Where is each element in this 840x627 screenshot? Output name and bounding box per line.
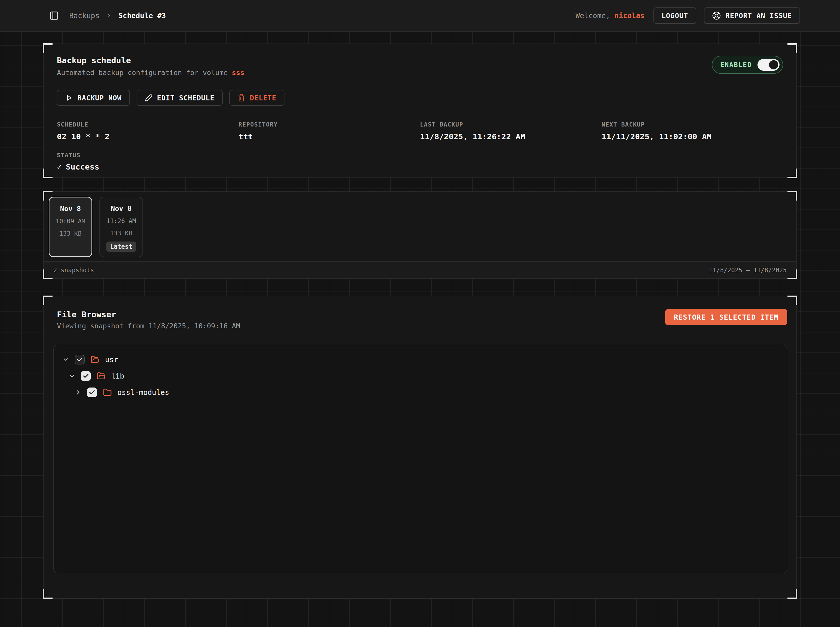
snapshot-time: 10:09 AM xyxy=(55,218,85,225)
file-browser-card: File Browser Viewing snapshot from 11/8/… xyxy=(43,296,797,599)
field-label: SCHEDULE xyxy=(57,121,238,128)
restore-selected-button[interactable]: RESTORE 1 SELECTED ITEM xyxy=(665,309,787,325)
corner-bracket xyxy=(788,269,797,279)
backup-now-button[interactable]: BACKUP NOW xyxy=(57,90,130,106)
welcome-text: Welcome, nicolas xyxy=(576,11,645,20)
corner-bracket xyxy=(43,169,52,178)
tree-row-usr[interactable]: usr xyxy=(54,351,787,368)
corner-bracket xyxy=(43,296,52,305)
report-issue-label: REPORT AN ISSUE xyxy=(725,12,792,20)
field-schedule: SCHEDULE 02 10 * * 2 xyxy=(57,121,238,141)
delete-label: DELETE xyxy=(250,94,276,102)
breadcrumb-current: Schedule #3 xyxy=(118,11,166,20)
snapshot-count: 2 snapshots xyxy=(53,267,94,274)
play-icon xyxy=(65,94,73,102)
checkbox-ossl-modules[interactable] xyxy=(87,388,97,397)
corner-bracket xyxy=(788,191,797,200)
edit-schedule-label: EDIT SCHEDULE xyxy=(157,94,215,102)
snapshot-size: 133 KB xyxy=(60,230,82,237)
snapshot-card-latest[interactable]: Nov 8 11:26 AM 133 KB Latest xyxy=(99,197,143,257)
corner-bracket xyxy=(43,589,52,599)
sidebar-toggle-icon[interactable] xyxy=(49,11,59,20)
folder-icon xyxy=(103,388,112,397)
corner-bracket xyxy=(788,296,797,305)
toggle-knob xyxy=(768,60,779,70)
checkbox-lib[interactable] xyxy=(81,371,91,381)
chevron-down-icon[interactable] xyxy=(69,373,75,379)
corner-bracket xyxy=(788,43,797,53)
corner-bracket xyxy=(43,191,52,200)
field-label: REPOSITORY xyxy=(238,121,420,128)
snapshot-date: Nov 8 xyxy=(60,205,81,213)
corner-bracket xyxy=(788,169,797,178)
chevron-down-icon[interactable] xyxy=(63,356,69,363)
username: nicolas xyxy=(614,11,645,20)
logout-button[interactable]: LOGOUT xyxy=(654,8,696,24)
field-repository: REPOSITORY ttt xyxy=(238,121,420,141)
chevron-right-icon xyxy=(106,12,112,19)
field-label: LAST BACKUP xyxy=(420,121,602,128)
chevron-right-icon[interactable] xyxy=(75,389,82,396)
snapshot-date: Nov 8 xyxy=(111,205,131,212)
latest-badge: Latest xyxy=(106,241,137,252)
corner-bracket xyxy=(788,589,797,599)
status-block: STATUS ✓ Success xyxy=(57,152,783,171)
edit-schedule-button[interactable]: EDIT SCHEDULE xyxy=(137,90,223,106)
card-title: Backup schedule xyxy=(57,55,245,66)
corner-bracket xyxy=(43,43,52,53)
field-value: ttt xyxy=(238,132,420,141)
file-browser-title: File Browser xyxy=(57,309,240,320)
breadcrumb: Backups Schedule #3 xyxy=(69,11,166,20)
card-subtitle: Automated backup configuration for volum… xyxy=(57,69,245,77)
tree-row-lib[interactable]: lib xyxy=(54,368,787,384)
file-tree-panel: usr lib ossl-modules xyxy=(53,345,787,573)
breadcrumb-backups[interactable]: Backups xyxy=(69,11,99,20)
top-bar: Backups Schedule #3 Welcome, nicolas LOG… xyxy=(0,0,840,32)
field-label: NEXT BACKUP xyxy=(602,121,783,128)
schedule-fields: SCHEDULE 02 10 * * 2 REPOSITORY ttt LAST… xyxy=(57,121,783,141)
check-icon: ✓ xyxy=(57,162,62,171)
snapshot-time: 11:26 AM xyxy=(106,217,136,225)
lifebuoy-icon xyxy=(712,11,721,20)
field-value: 02 10 * * 2 xyxy=(57,132,238,141)
volume-name: sss xyxy=(232,69,245,77)
snapshot-date-range: 11/8/2025 – 11/8/2025 xyxy=(709,267,787,274)
status-label: STATUS xyxy=(57,152,783,159)
field-value: 11/8/2025, 11:26:22 AM xyxy=(420,132,602,141)
enabled-toggle[interactable] xyxy=(758,59,780,71)
status-value: Success xyxy=(66,162,99,171)
pencil-icon xyxy=(145,94,153,102)
folder-open-icon xyxy=(91,355,99,364)
backup-schedule-card: Backup schedule Automated backup configu… xyxy=(43,44,797,178)
delete-button[interactable]: DELETE xyxy=(229,90,285,106)
checkbox-usr[interactable] xyxy=(75,355,85,364)
folder-open-icon xyxy=(97,372,106,380)
snapshots-card: Nov 8 10:09 AM 133 KB Nov 8 11:26 AM 133… xyxy=(43,191,797,279)
report-issue-button[interactable]: REPORT AN ISSUE xyxy=(704,8,800,24)
corner-bracket xyxy=(43,269,52,279)
snapshot-size: 133 KB xyxy=(110,230,133,237)
field-last-backup: LAST BACKUP 11/8/2025, 11:26:22 AM xyxy=(420,121,602,141)
tree-label: lib xyxy=(111,372,124,380)
tree-label: ossl-modules xyxy=(117,388,169,397)
tree-row-ossl-modules[interactable]: ossl-modules xyxy=(54,384,787,400)
enabled-toggle-pill: ENABLED xyxy=(712,56,783,74)
backup-now-label: BACKUP NOW xyxy=(77,94,122,102)
tree-label: usr xyxy=(105,356,118,364)
field-value: 11/11/2025, 11:02:00 AM xyxy=(602,132,783,141)
enabled-label: ENABLED xyxy=(720,61,752,69)
logout-label: LOGOUT xyxy=(662,12,688,20)
trash-icon xyxy=(238,94,245,102)
snapshot-card-selected[interactable]: Nov 8 10:09 AM 133 KB xyxy=(49,197,92,257)
snapshots-footer: 2 snapshots 11/8/2025 – 11/8/2025 xyxy=(44,261,796,279)
field-next-backup: NEXT BACKUP 11/11/2025, 11:02:00 AM xyxy=(602,121,783,141)
file-browser-subtitle: Viewing snapshot from 11/8/2025, 10:09:1… xyxy=(57,322,240,330)
